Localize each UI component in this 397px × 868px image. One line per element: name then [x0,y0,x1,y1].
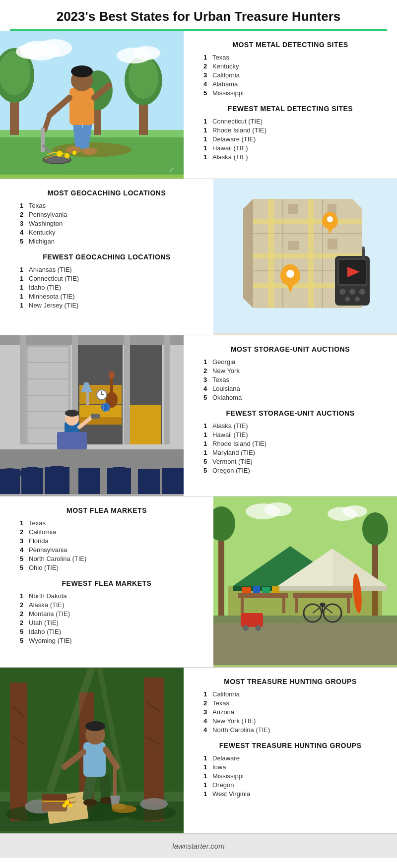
svg-rect-145 [347,598,350,613]
svg-rect-48 [288,241,299,250]
list-item: 5Oregon (TIE) [203,467,382,474]
list-item: 1Hawaii (TIE) [203,431,382,438]
list-item: 1Oregon [203,781,382,789]
svg-rect-21 [69,88,94,125]
storage-svg [0,335,184,494]
list-item: 2Utah (TIE) [20,619,198,626]
svg-rect-121 [162,468,184,494]
most-storage-list: 1Georgia 2New York 3Texas 4Louisiana 5Ok… [198,358,382,401]
geocaching-svg [213,179,397,333]
svg-rect-76 [164,335,170,444]
svg-rect-194 [42,801,67,802]
treasure-svg [0,668,184,831]
svg-point-174 [140,798,168,810]
svg-marker-36 [243,199,253,308]
svg-rect-138 [282,598,285,613]
svg-point-128 [362,512,388,545]
list-item: 1Idaho (TIE) [20,284,198,291]
svg-point-154 [243,625,249,631]
image-storage-auctions [0,335,184,496]
most-flea-list: 1Texas 2California 3Florida 4Pennsylvani… [15,519,198,571]
list-item: 5Idaho (TIE) [20,628,198,635]
svg-rect-139 [242,587,251,593]
fewest-flea-list: 1North Dakota 2Alaska (TIE) 2Montana (TI… [15,592,198,644]
most-metal-list: 1Texas 2Kentucky 3California 4Alabama 5M… [198,54,382,97]
image-geocaching [213,179,397,335]
list-item: 1California [203,690,382,698]
svg-rect-113 [45,467,69,494]
svg-point-20 [81,148,97,155]
list-item: 2Alaska (TIE) [20,601,198,609]
most-geo-list: 1Texas 2Pennsylvania 3Washington 4Kentuc… [15,202,198,245]
fewest-storage-list: 1Alaska (TIE) 1Hawaii (TIE) 1Rhode Islan… [198,422,382,474]
svg-rect-93 [86,392,89,405]
svg-rect-43 [253,219,362,224]
list-item: 5Mississippi [203,89,382,97]
list-item: 1Iowa [203,763,382,771]
list-item: 5Oklahoma [203,394,382,401]
fewest-metal-title: FEWEST METAL DETECTING SITES [198,105,382,113]
list-item: 1West Virginia [203,790,382,798]
svg-rect-141 [262,587,270,593]
metal-detecting-svg: ✓ [0,31,184,175]
image-treasure-groups [0,668,184,833]
list-item: 1Maryland (TIE) [203,449,382,456]
svg-point-68 [362,247,365,249]
svg-rect-188 [113,762,117,797]
list-item: 2Montana (TIE) [20,610,198,618]
svg-point-31 [65,153,69,158]
svg-rect-117 [107,468,131,494]
list-item: 1Rhode Island (TIE) [203,440,382,447]
svg-point-57 [327,216,333,222]
list-item: 4New York (TIE) [203,717,382,725]
svg-rect-49 [328,239,337,249]
footer: lawnstarter.com [0,834,397,858]
list-item: 3Washington [20,220,198,227]
svg-rect-73 [20,335,26,444]
list-item: 1Texas [20,519,198,527]
most-metal-title: MOST METAL DETECTING SITES [198,41,382,49]
list-item: 1Connecticut (TIE) [20,275,198,282]
svg-point-181 [83,799,97,806]
svg-rect-119 [138,469,160,494]
fewest-treasure-title: FEWEST TREASURE HUNTING GROUPS [198,742,382,749]
list-item: 2New York [203,367,382,374]
svg-rect-153 [241,613,263,627]
image-metal-detecting: ✓ [0,31,184,179]
svg-rect-109 [0,469,20,494]
svg-rect-107 [91,414,100,419]
svg-rect-111 [21,468,43,494]
svg-rect-143 [293,593,352,598]
list-item: 1Mississippi [203,772,382,780]
list-item: 5Wyoming (TIE) [20,637,198,644]
most-treasure-list: 1California 2Texas 3Arizona 4New York (T… [198,690,382,734]
svg-point-23 [71,65,93,77]
svg-point-53 [286,270,294,278]
fewest-storage-title: FEWEST STORAGE-UNIT AUCTIONS [198,409,382,417]
svg-point-196 [68,804,72,807]
svg-rect-101 [130,405,161,444]
svg-point-197 [63,804,66,807]
most-storage-title: MOST STORAGE-UNIT AUCTIONS [198,345,382,353]
most-treasure-title: MOST TREASURE HUNTING GROUPS [198,678,382,685]
list-item: 1Alaska (TIE) [203,422,382,430]
content-flea-markets: MOST FLEA MARKETS 1Texas 2California 3Fl… [0,496,213,667]
svg-rect-26 [41,127,45,152]
list-item: 1New Jersey (TIE) [20,302,198,309]
list-item: 4Louisiana [203,385,382,392]
footer-url: lawnstarter.com [172,842,224,850]
content-treasure-groups: MOST TREASURE HUNTING GROUPS 1California… [184,668,397,833]
svg-rect-137 [241,598,244,613]
list-item: 5North Carolina (TIE) [20,555,198,562]
svg-point-14 [16,44,44,59]
list-item: 3Arizona [203,708,382,716]
svg-rect-163 [10,682,27,821]
svg-point-92 [109,371,115,379]
svg-point-65 [345,297,350,302]
list-item: 5Michigan [20,238,198,245]
list-item: 4Kentucky [20,229,198,236]
svg-point-66 [355,297,360,302]
svg-rect-103 [57,432,87,449]
svg-point-191 [112,804,127,809]
svg-point-152 [320,603,326,607]
